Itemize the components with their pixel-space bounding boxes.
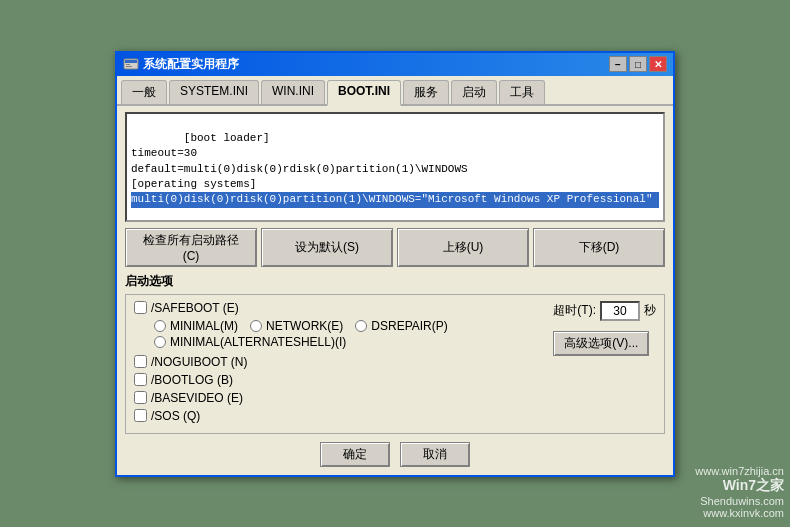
- title-bar: 系统配置实用程序 − □ ✕: [117, 53, 673, 76]
- set-default-button[interactable]: 设为默认(S): [261, 228, 393, 267]
- move-down-button[interactable]: 下移(D): [533, 228, 665, 267]
- boot-options-label: 启动选项: [125, 273, 665, 290]
- minimal-altshell-radio[interactable]: [154, 336, 166, 348]
- boot-ini-content: [boot loader] timeout=30 default=multi(0…: [127, 114, 663, 222]
- window-title: 系统配置实用程序: [143, 56, 239, 73]
- tab-boot-ini[interactable]: BOOT.INI: [327, 80, 401, 106]
- safeboot-label: /SAFEBOOT (E): [151, 301, 239, 315]
- tab-win-ini[interactable]: WIN.INI: [261, 80, 325, 104]
- minimal-label: MINIMAL(M): [170, 319, 238, 333]
- line5-selected: multi(0)disk(0)rdisk(0)partition(1)\WIND…: [131, 192, 659, 207]
- watermark-sub: Shenduwins.com: [695, 495, 784, 507]
- tab-services[interactable]: 服务: [403, 80, 449, 104]
- line2: timeout=30: [131, 147, 197, 159]
- bottom-buttons-row: 确定 取消: [125, 442, 665, 467]
- timeout-unit: 秒: [644, 302, 656, 319]
- minimal-radio[interactable]: [154, 320, 166, 332]
- timeout-row: 超时(T): 秒: [553, 301, 656, 321]
- title-controls: − □ ✕: [609, 56, 667, 72]
- watermark-logo: Win7之家: [695, 477, 784, 495]
- noguiboot-label: /NOGUIBOOT (N): [151, 355, 247, 369]
- watermark-site: www.win7zhijia.cn: [695, 465, 784, 477]
- noguiboot-row: /NOGUIBOOT (N): [134, 355, 543, 369]
- sos-row: /SOS (Q): [134, 409, 543, 423]
- main-window: 系统配置实用程序 − □ ✕ 一般 SYSTEM.INI WIN.INI BOO…: [115, 51, 675, 477]
- close-button[interactable]: ✕: [649, 56, 667, 72]
- line3: default=multi(0)disk(0)rdisk(0)partition…: [131, 163, 468, 175]
- line4: [operating systems]: [131, 178, 256, 190]
- tab-system-ini[interactable]: SYSTEM.INI: [169, 80, 259, 104]
- ok-button[interactable]: 确定: [320, 442, 390, 467]
- radio-row-1: MINIMAL(M) NETWORK(E) DSREPAIR(P): [154, 319, 543, 333]
- minimize-button[interactable]: −: [609, 56, 627, 72]
- tab-tools[interactable]: 工具: [499, 80, 545, 104]
- safeboot-row: /SAFEBOOT (E): [134, 301, 543, 315]
- svg-rect-1: [125, 60, 137, 63]
- bootlog-checkbox[interactable]: [134, 373, 147, 386]
- dsrepair-label: DSREPAIR(P): [371, 319, 447, 333]
- cancel-button[interactable]: 取消: [400, 442, 470, 467]
- timeout-input[interactable]: [600, 301, 640, 321]
- radio-row-2: MINIMAL(ALTERNATESHELL)(I): [154, 335, 543, 349]
- boot-options-right: 超时(T): 秒 高级选项(V)...: [543, 301, 656, 427]
- tab-bar: 一般 SYSTEM.INI WIN.INI BOOT.INI 服务 启动 工具: [117, 76, 673, 106]
- safeboot-checkbox[interactable]: [134, 301, 147, 314]
- advanced-options-button[interactable]: 高级选项(V)...: [553, 331, 649, 356]
- minimal-altshell-label: MINIMAL(ALTERNATESHELL)(I): [170, 335, 346, 349]
- safeboot-radio-group: MINIMAL(M) NETWORK(E) DSREPAIR(P) MINIMA…: [154, 319, 543, 349]
- basevideo-checkbox[interactable]: [134, 391, 147, 404]
- boot-options-left: /SAFEBOOT (E) MINIMAL(M) NETWORK(E) DSRE…: [134, 301, 543, 427]
- svg-rect-2: [126, 64, 130, 65]
- sos-checkbox[interactable]: [134, 409, 147, 422]
- bootlog-label: /BOOTLOG (B): [151, 373, 233, 387]
- basevideo-label: /BASEVIDEO (E): [151, 391, 243, 405]
- svg-rect-3: [126, 66, 132, 67]
- content-area: [boot loader] timeout=30 default=multi(0…: [117, 106, 673, 475]
- watermark-sub2: www.kxinvk.com: [695, 507, 784, 519]
- watermark: www.win7zhijia.cn Win7之家 Shenduwins.com …: [695, 465, 784, 519]
- window-icon: [123, 56, 139, 72]
- tab-general[interactable]: 一般: [121, 80, 167, 104]
- timeout-label: 超时(T):: [553, 302, 596, 319]
- boot-options-panel: /SAFEBOOT (E) MINIMAL(M) NETWORK(E) DSRE…: [125, 294, 665, 434]
- maximize-button[interactable]: □: [629, 56, 647, 72]
- move-up-button[interactable]: 上移(U): [397, 228, 529, 267]
- bootlog-row: /BOOTLOG (B): [134, 373, 543, 387]
- action-buttons-row: 检查所有启动路径(C) 设为默认(S) 上移(U) 下移(D): [125, 228, 665, 267]
- boot-ini-editor[interactable]: [boot loader] timeout=30 default=multi(0…: [125, 112, 665, 222]
- title-bar-left: 系统配置实用程序: [123, 56, 239, 73]
- sos-label: /SOS (Q): [151, 409, 200, 423]
- dsrepair-radio[interactable]: [355, 320, 367, 332]
- tab-startup[interactable]: 启动: [451, 80, 497, 104]
- line1: [boot loader]: [184, 132, 270, 144]
- basevideo-row: /BASEVIDEO (E): [134, 391, 543, 405]
- network-label: NETWORK(E): [266, 319, 343, 333]
- network-radio[interactable]: [250, 320, 262, 332]
- noguiboot-checkbox[interactable]: [134, 355, 147, 368]
- check-paths-button[interactable]: 检查所有启动路径(C): [125, 228, 257, 267]
